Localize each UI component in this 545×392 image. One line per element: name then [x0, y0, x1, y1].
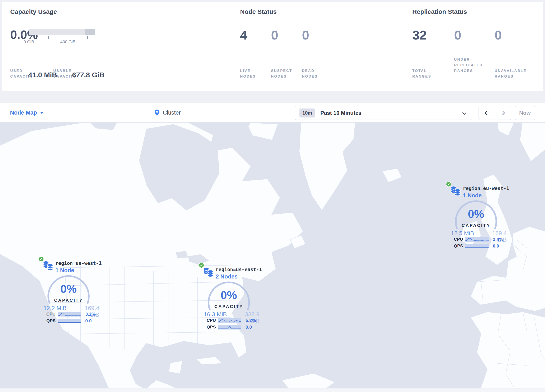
view-mode-dropdown[interactable]: Node Map	[10, 103, 44, 122]
axis-tick	[87, 36, 88, 39]
axis-tick	[29, 36, 29, 39]
replication-status-title: Replication Status	[412, 8, 467, 15]
database-stack-icon	[450, 186, 461, 196]
dead-nodes-count: 0	[302, 29, 309, 42]
suspect-nodes-count: 0	[271, 29, 278, 42]
chevron-down-icon	[40, 112, 44, 114]
used-capacity-value: 12.5 MiB	[451, 230, 481, 237]
qps-value: 0.0	[246, 324, 252, 330]
capacity-percent-value: 0%	[35, 282, 102, 295]
location-pin-icon	[155, 110, 160, 116]
time-range-dropdown[interactable]: 10m Past 10 Minutes	[295, 106, 472, 120]
qps-label: QPS	[201, 324, 216, 330]
time-prev-button[interactable]	[479, 106, 495, 120]
time-range-label: Past 10 Minutes	[320, 110, 361, 116]
region-label: region=us-west-1	[55, 261, 102, 266]
capacity-gauge-label: CAPACITY	[195, 304, 262, 309]
database-stack-icon	[203, 267, 214, 277]
region-label: region=us-east-1	[216, 267, 262, 272]
cpu-sparkline	[465, 237, 489, 242]
view-mode-label: Node Map	[10, 110, 37, 116]
chevron-right-icon	[501, 111, 505, 115]
qps-label: QPS	[448, 243, 463, 248]
database-stack-icon	[43, 261, 54, 271]
unavailable-label: UNAVAILABLE RANGES	[495, 68, 533, 79]
under-replicated-label: UNDER-REPLICATED RANGES	[454, 57, 489, 74]
node-status-title: Node Status	[240, 8, 277, 15]
qps-value: 0.0	[493, 243, 499, 249]
live-nodes-label: LIVE NODES	[240, 68, 264, 79]
time-step-controls	[478, 106, 511, 120]
qps-label: QPS	[41, 318, 56, 323]
qps-sparkline	[218, 325, 241, 330]
cpu-value: 5.2%	[246, 318, 256, 323]
node-map	[0, 123, 545, 388]
region-marker[interactable]: ✓ region=us-east-1 2 Nodes 0% CAPACITY 1…	[195, 263, 264, 334]
region-marker[interactable]: ✓ region=eu-west-1 1 Node 0% CAPACITY 12…	[443, 181, 512, 253]
used-capacity-value: 16.3 MiB	[204, 311, 234, 318]
capacity-bar	[29, 29, 95, 35]
breadcrumb-label: Cluster	[163, 110, 181, 116]
breadcrumb-cluster[interactable]: Cluster	[155, 103, 181, 122]
now-button[interactable]: Now	[515, 106, 535, 120]
cpu-label: CPU	[448, 237, 463, 242]
cpu-label: CPU	[201, 318, 216, 323]
capacity-percent-value: 0%	[195, 288, 262, 301]
suspect-nodes-label: SUSPECT NODES	[271, 68, 298, 79]
capacity-gauge-label: CAPACITY	[443, 223, 509, 228]
cpu-value: 3.2%	[85, 311, 96, 317]
now-button-label: Now	[519, 110, 531, 116]
total-ranges-count: 32	[412, 29, 427, 42]
unavailable-count: 0	[495, 29, 502, 42]
used-capacity-value: 41.0 MiB	[28, 71, 57, 79]
region-label: region=eu-west-1	[463, 186, 509, 191]
qps-sparkline	[58, 319, 81, 323]
cpu-sparkline	[58, 312, 81, 317]
axis-tick	[68, 36, 68, 39]
time-next-button[interactable]	[495, 106, 511, 120]
under-replicated-count: 0	[454, 29, 461, 42]
tick-label-0: 0 GiB	[19, 39, 38, 44]
dead-nodes-label: DEAD NODES	[302, 68, 325, 79]
cpu-value: 2.4%	[493, 237, 503, 242]
cpu-label: CPU	[41, 311, 56, 317]
chevron-down-icon	[462, 111, 466, 115]
qps-value: 0.0	[85, 318, 92, 324]
chevron-left-icon	[484, 111, 489, 115]
cluster-summary-panel: Capacity Usage 0.0% 0 GiB 400 GiB USED C…	[2, 2, 543, 91]
map-footer-strip	[0, 388, 545, 392]
axis-tick	[48, 36, 49, 39]
capacity-percent-value: 0%	[443, 207, 509, 220]
capacity-usage-title: Capacity Usage	[10, 8, 57, 15]
time-range-badge: 10m	[299, 108, 315, 118]
qps-sparkline	[465, 244, 489, 248]
map-toolbar: Node Map Cluster 10m Past 10 Minutes Now	[0, 103, 545, 123]
usable-capacity-value: 677.8 GiB	[72, 71, 105, 79]
region-marker[interactable]: ✓ region=us-west-1 1 Node 0% CAPACITY 12…	[35, 256, 104, 327]
capacity-bar-other-segment	[85, 29, 95, 35]
total-ranges-label: TOTAL RANGES	[412, 68, 437, 79]
landmasses	[0, 123, 545, 388]
cpu-sparkline	[218, 318, 241, 323]
live-nodes-count: 4	[240, 29, 247, 42]
tick-label-400: 400 GiB	[58, 39, 77, 44]
used-capacity-value: 12.2 MiB	[43, 305, 74, 311]
capacity-gauge-label: CAPACITY	[35, 298, 102, 303]
world-map	[0, 123, 545, 388]
